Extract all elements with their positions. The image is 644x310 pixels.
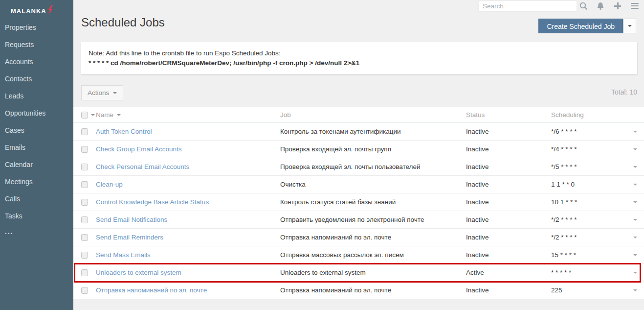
job-name-link[interactable]: Send Email Notifications [96,216,167,223]
table-row: Отправка напоминаний по эл. почте Отправ… [73,282,644,299]
sidebar-item-more[interactable]: ... [0,225,73,240]
job-name-link[interactable]: Control Knowledge Base Article Status [96,198,209,206]
status-value: Inactive [466,181,551,188]
sidebar-item-leads[interactable]: Leads [0,88,73,105]
job-label: Очистка [280,181,466,188]
status-value: Active [466,269,551,276]
search-input[interactable] [478,0,577,12]
sidebar-item-contacts[interactable]: Contacts [0,71,73,88]
table-row: Check Group Email Accounts Проверка вход… [73,141,644,158]
create-scheduled-job-button[interactable]: Create Scheduled Job [538,19,623,33]
job-label: Отправка напоминаний по эл. почте [280,286,466,294]
job-name-link[interactable]: Send Mass Emails [96,251,151,259]
table-header: Name Job Status Scheduling [73,107,644,123]
job-label: Проверка входящей эл. почты пользователе… [280,163,466,170]
sidebar-item-properties[interactable]: Properties [0,19,73,36]
create-dropdown-button[interactable] [623,19,636,33]
scheduled-jobs-table: Name Job Status Scheduling Auth Token Co… [73,107,644,299]
actions-label: Actions [88,89,109,96]
job-name-link[interactable]: Send Email Reminders [96,234,163,241]
scheduling-value: 10 1 * * * [551,198,626,206]
row-menu-icon[interactable] [633,254,637,256]
select-dropdown-icon[interactable] [91,114,95,116]
table-row: Send Email Notifications Отправить уведо… [73,211,644,229]
row-checkbox[interactable] [81,164,88,170]
row-menu-icon[interactable] [633,219,637,221]
row-menu-icon[interactable] [633,272,637,274]
list-toolbar: Actions Total: 10 [81,85,637,101]
sidebar-item-cases[interactable]: Cases [0,122,73,139]
job-label: Unloaders to external system [280,269,466,276]
job-name-link[interactable]: Auth Token Control [96,128,152,135]
brand-name: MALANKA [11,7,46,15]
sidebar-item-calendar[interactable]: Calendar [0,156,73,173]
note-text: Note: Add this line to the crontab file … [89,48,630,58]
row-menu-icon[interactable] [633,289,637,291]
column-header-scheduling[interactable]: Scheduling [551,111,626,119]
sidebar-item-calls[interactable]: Calls [0,191,73,208]
table-row: Control Knowledge Base Article Status Ко… [73,193,644,211]
sidebar-item-meetings[interactable]: Meetings [0,173,73,191]
sidebar-item-emails[interactable]: Emails [0,139,73,156]
job-name-link[interactable]: Check Group Email Accounts [96,145,182,153]
select-all-checkbox[interactable] [81,112,88,119]
row-checkbox[interactable] [81,234,88,241]
job-name-link[interactable]: Check Personal Email Accounts [96,163,189,170]
row-checkbox[interactable] [81,146,88,153]
brand-logo[interactable]: MALANKA [0,0,73,19]
job-label: Проверка входящей эл. почты групп [280,145,466,153]
row-checkbox[interactable] [81,181,88,188]
row-checkbox[interactable] [81,216,88,223]
chevron-down-icon [628,25,632,27]
row-menu-icon[interactable] [633,201,637,203]
row-checkbox[interactable] [81,252,88,259]
sidebar-item-accounts[interactable]: Accounts [0,53,73,71]
scheduling-value: */4 * * * * [551,145,626,153]
plus-icon[interactable] [613,1,622,10]
row-checkbox[interactable] [81,287,88,294]
bell-icon[interactable] [596,1,605,10]
column-header-job[interactable]: Job [280,111,466,119]
crontab-command: * * * * * cd /home/robert/CRMSquareMeter… [89,58,630,68]
scheduling-value: 15 * * * * [551,251,626,259]
sidebar-item-tasks[interactable]: Tasks [0,208,73,225]
sidebar-item-opportunities[interactable]: Opportunities [0,105,73,122]
job-label: Отправка массовых рассылок эл. писем [280,251,466,259]
job-label: Контроль статуса статей базы знаний [280,198,466,206]
job-label: Контроль за токенами аутентификации [280,128,466,135]
menu-icon[interactable] [630,1,639,10]
column-header-status[interactable]: Status [466,111,551,119]
job-name-link[interactable]: Clean-up [96,181,123,188]
row-menu-icon[interactable] [633,166,637,168]
scheduling-value: * * * * * [551,269,626,276]
sidebar: MALANKA Properties Requests Accounts Con… [0,0,73,310]
status-value: Inactive [466,163,551,170]
scheduling-value: 1 1 * * 0 [551,181,626,188]
status-value: Inactive [466,198,551,206]
row-checkbox[interactable] [81,199,88,206]
row-checkbox[interactable] [81,128,88,135]
status-value: Inactive [466,251,551,259]
column-header-name[interactable]: Name [96,111,121,119]
row-menu-icon[interactable] [633,184,637,186]
row-menu-icon[interactable] [633,237,637,238]
crontab-note: Note: Add this line to the crontab file … [81,42,637,74]
row-menu-icon[interactable] [633,148,637,150]
job-name-link[interactable]: Unloaders to external system [96,269,181,276]
job-label: Отправить уведомления по электронной поч… [280,216,466,223]
create-button-group: Create Scheduled Job [538,19,636,33]
table-row: Auth Token Control Контроль за токенами … [73,123,644,141]
main-content: Scheduled Jobs Create Scheduled Job Note… [73,0,644,310]
status-value: Inactive [466,128,551,135]
sidebar-item-requests[interactable]: Requests [0,36,73,53]
job-name-link[interactable]: Отправка напоминаний по эл. почте [96,286,207,294]
search-icon[interactable] [579,1,588,10]
scheduling-value: */2 * * * * [551,216,626,223]
status-value: Inactive [466,234,551,241]
scheduling-value: 225 [551,286,626,294]
row-checkbox[interactable] [81,269,88,276]
table-row: Send Mass Emails Отправка массовых рассы… [73,246,644,264]
actions-button[interactable]: Actions [81,85,123,100]
chevron-down-icon [113,92,117,94]
row-menu-icon[interactable] [633,131,637,133]
